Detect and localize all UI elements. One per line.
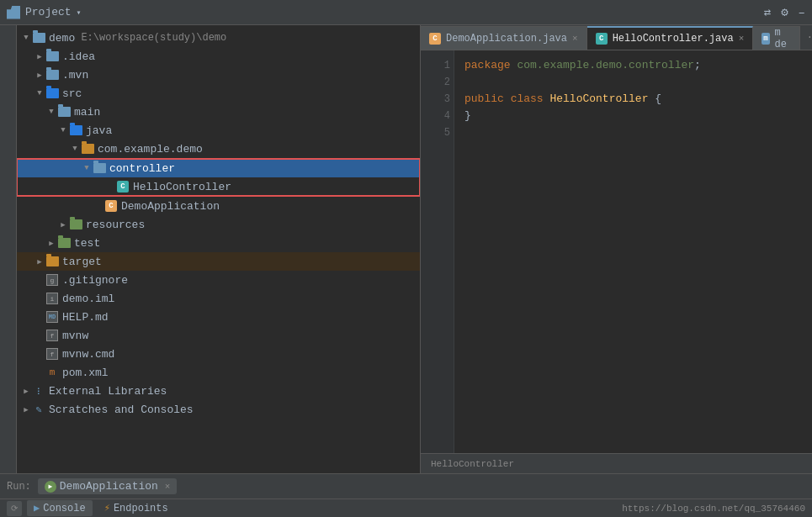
hellocontroller-label: HelloController [133,181,231,193]
endpoints-tab[interactable]: ⚡ Endpoints [98,500,175,516]
run-app-close[interactable]: × [165,482,171,492]
minimize-icon[interactable]: – [799,6,805,19]
tree-item-demoapplication[interactable]: C DemoApplication [17,197,420,215]
pkg-label: com.example.demo [98,143,203,156]
tabs-overflow[interactable]: ··· [800,32,812,44]
tree-item-mvnw-cmd[interactable]: f mvnw.cmd [17,345,420,363]
idea-arrow[interactable] [34,50,45,62]
src-arrow[interactable] [34,87,45,99]
gear-icon[interactable]: ⚙ [781,5,788,19]
project-folder-icon [7,6,20,19]
test-label: test [74,237,100,250]
root-path: E:\workspace(study)\demo [75,32,226,44]
java-folder-icon [69,124,82,137]
tree-item-hellocontroller[interactable]: C HelloController [17,177,420,196]
main-content: demo E:\workspace(study)\demo .idea .mvn… [0,25,812,473]
controller-arrow[interactable] [81,162,93,174]
tab-demoapplication[interactable]: C DemoApplication.java × [421,26,587,50]
code-line-3: public class HelloController { [464,91,802,108]
red-border-group: controller C HelloController [17,159,420,196]
test-folder-icon [57,236,71,250]
project-tree[interactable]: demo E:\workspace(study)\demo .idea .mvn… [17,25,420,473]
root-folder-icon [32,31,45,45]
tree-item-main[interactable]: main [17,103,420,121]
mvn-label: .mvn [62,69,88,82]
controller-label: controller [109,162,175,175]
tab-demoapplication-close[interactable]: × [572,34,578,44]
project-dropdown-icon[interactable]: ▾ [77,8,82,18]
run-app-button[interactable]: ▶ DemoApplication × [38,478,178,494]
mvn-folder-icon [45,68,59,82]
tree-root[interactable]: demo E:\workspace(study)\demo [17,29,420,47]
resources-label: resources [86,219,145,231]
tree-item-help-md[interactable]: MD HELP.md [17,308,420,326]
line-num-2: 2 [424,74,450,91]
tree-item-com-example-demo[interactable]: com.example.demo [17,140,420,158]
run-app-icon: ▶ [45,481,56,493]
tree-item-scratches[interactable]: ✎ Scratches and Consoles [17,400,420,419]
tree-item-pom-xml[interactable]: m pom.xml [17,363,420,382]
status-url: https://blog.csdn.net/qq_35764460 [622,504,805,514]
tree-item-external-libraries[interactable]: ⫶ External Libraries [17,382,420,400]
code-line-4: } [464,108,802,124]
tree-item-demo-iml[interactable]: i demo.iml [17,289,420,308]
pom-xml-label: pom.xml [62,367,109,379]
ext-lib-icon: ⫶ [32,384,45,398]
status-sync-btn[interactable]: ⟳ [7,501,22,516]
tree-item-mvnw[interactable]: f mvnw [17,326,420,345]
main-label: main [74,106,100,119]
test-arrow[interactable] [45,237,57,249]
java-label: java [86,124,112,137]
root-arrow[interactable] [20,32,32,44]
idea-folder-icon [45,50,59,63]
resources-arrow[interactable] [57,219,69,230]
endpoints-icon: ⚡ [104,502,110,514]
tab-hellocontroller[interactable]: C HelloController.java × [587,26,754,50]
editor-area: C DemoApplication.java × C HelloControll… [421,25,812,473]
run-app-name: DemoApplication [60,480,158,493]
console-tab[interactable]: ▶ Console [27,500,93,516]
tab-hellocontroller-close[interactable]: × [739,34,745,44]
status-left: ⟳ ▶ Console ⚡ Endpoints [7,500,175,516]
tree-item-resources[interactable]: resources [17,215,420,234]
line-num-3: 3 [424,91,450,108]
mvnw-cmd-arrow [34,348,45,360]
endpoints-label: Endpoints [114,503,168,514]
root-label: demo [49,32,75,45]
pkg-folder-icon [81,142,94,156]
pkg-arrow[interactable] [69,143,81,155]
main-arrow[interactable] [45,106,57,118]
target-arrow[interactable] [34,256,45,267]
tab-hellocontroller-icon: C [596,33,608,45]
tab-mde[interactable]: m m de [753,26,799,50]
tree-item-target[interactable]: target [17,252,420,271]
tree-item-mvn[interactable]: .mvn [17,66,420,84]
tree-item-java[interactable]: java [17,121,420,140]
line-num-4: 4 [424,108,450,124]
tree-item-controller[interactable]: controller [17,159,420,177]
mvnw-cmd-label: mvnw.cmd [62,348,114,361]
line-num-5: 5 [424,124,450,141]
code-editor: 1 2 3 4 5 package com.example.demo.contr… [421,50,812,453]
resources-folder-icon [69,218,82,231]
target-label: target [62,256,102,268]
sync-icon[interactable]: ⇄ [764,5,771,19]
java-arrow[interactable] [57,124,69,136]
line-numbers: 1 2 3 4 5 [421,50,454,453]
project-panel: demo E:\workspace(study)\demo .idea .mvn… [17,25,421,473]
mvnw-label: mvnw [62,330,88,342]
mvn-arrow[interactable] [34,69,45,81]
tree-item-test[interactable]: test [17,234,420,252]
tab-hellocontroller-label: HelloController.java [613,33,734,45]
tree-item-src[interactable]: src [17,84,420,103]
title-bar-left: Project ▾ [7,6,108,19]
help-md-icon: MD [45,310,59,324]
scratches-arrow[interactable] [20,404,32,415]
code-content[interactable]: package com.example.demo.controller; pub… [454,50,812,453]
tree-item-gitignore[interactable]: g .gitignore [17,271,420,289]
side-stripe [0,25,17,473]
status-bar: ⟳ ▶ Console ⚡ Endpoints https://blog.csd… [0,499,812,517]
tree-item-idea[interactable]: .idea [17,47,420,66]
src-folder-icon [45,87,59,100]
ext-lib-arrow[interactable] [20,385,32,397]
